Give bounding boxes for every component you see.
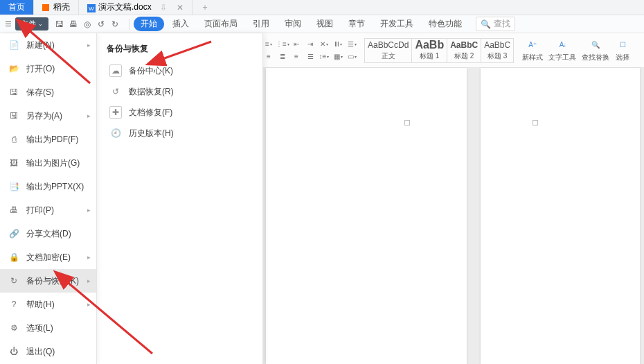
filemenu-item-encrypt[interactable]: 🔒文档加密(E)▸ — [0, 245, 96, 269]
ribbon-tab-start[interactable]: 开始 — [134, 17, 164, 31]
styles-gallery: AaBbCcDd正文 AaBb标题 1 AaBbC标题 2 AaBbC标题 3 — [364, 38, 514, 63]
object-handle[interactable] — [533, 120, 538, 125]
filemenu-item-help[interactable]: ?帮助(H)▸ — [0, 293, 96, 316]
ribbon-tab-devtools[interactable]: 开发工具 — [373, 17, 420, 31]
indent-dec-icon[interactable]: ⇤ — [291, 40, 302, 49]
filemenu-item-options[interactable]: ⚙选项(L) — [0, 316, 96, 340]
align-left-icon[interactable]: ≡ — [263, 52, 274, 62]
submenu-item-history[interactable]: 🕘历史版本(H) — [107, 123, 253, 144]
recover-icon: ↺ — [109, 85, 122, 98]
exit-icon: ⏻ — [8, 346, 19, 357]
filemenu-item-label: 另存为(A) — [26, 110, 62, 122]
pin-icon[interactable]: ⇩ — [160, 3, 167, 12]
svg-text:W: W — [89, 6, 94, 12]
saveas-icon: 🖫 — [8, 110, 19, 121]
filemenu-item-save[interactable]: 🖫保存(S) — [0, 80, 96, 104]
document-canvas[interactable] — [263, 68, 644, 364]
filemenu-item-share[interactable]: 🔗分享文档(D) — [0, 222, 96, 245]
chevron-right-icon: ▸ — [87, 207, 91, 214]
filemenu-item-open[interactable]: 📂打开(O) — [0, 57, 96, 80]
history-icon: 🕘 — [109, 127, 122, 139]
tab-document[interactable]: W 演示文稿.docx ⇩ ✕ — [79, 0, 193, 15]
filemenu-item-label: 分享文档(D) — [26, 228, 71, 240]
sort-icon[interactable]: ✕▾ — [319, 40, 330, 49]
submenu-item-recover[interactable]: ↺数据恢复(R) — [107, 81, 253, 102]
ribbon-tab-sections[interactable]: 章节 — [341, 17, 372, 31]
object-handle[interactable] — [404, 120, 410, 125]
save-icon: 🖫 — [8, 87, 19, 98]
filemenu-item-label: 帮助(H) — [26, 299, 55, 311]
submenu-item-label: 数据恢复(R) — [129, 86, 174, 98]
encrypt-icon: 🔒 — [8, 252, 19, 263]
select-button[interactable]: ☐选择 — [615, 39, 630, 62]
filemenu-item-label: 退出(Q) — [26, 346, 55, 358]
filemenu-item-label: 输出为图片(G) — [26, 157, 80, 169]
align-justify-icon[interactable]: ☰ — [305, 52, 316, 62]
tab-doc-label: 演示文稿.docx — [98, 1, 152, 13]
bullets-icon[interactable]: ≡▾ — [263, 40, 274, 49]
menu-left: 文件⌄ 🖫 🖶 ◎ ↺ ↻ 开始 插入 页面布局 引用 审阅 视图 章节 开发工… — [0, 17, 515, 31]
ribbon-tab-view[interactable]: 视图 — [310, 17, 340, 31]
page-1[interactable] — [266, 68, 467, 364]
submenu-item-repair[interactable]: ✚文档修复(F) — [107, 102, 253, 123]
ribbon-tabs: 开始 插入 页面布局 引用 审阅 视图 章节 开发工具 特色功能 — [134, 17, 469, 31]
align-right-icon[interactable]: ≡ — [291, 52, 302, 62]
filemenu-item-image[interactable]: 🖼输出为图片(G) — [0, 151, 96, 175]
numbering-icon[interactable]: ⋮≡▾ — [277, 40, 288, 49]
style-heading1[interactable]: AaBb标题 1 — [412, 39, 447, 62]
ribbon-tab-review[interactable]: 审阅 — [278, 17, 308, 31]
ribbon-tab-insert[interactable]: 插入 — [166, 17, 196, 31]
file-menu-panel: 📄新建(N)▸📂打开(O)🖫保存(S)🖫另存为(A)▸⎙输出为PDF(F)🖼输出… — [0, 33, 97, 364]
help-icon: ? — [8, 299, 19, 310]
border-icon[interactable]: ☰▾ — [346, 40, 357, 49]
filemenu-item-new[interactable]: 📄新建(N)▸ — [0, 33, 96, 57]
hamburger-icon[interactable] — [3, 19, 14, 29]
ribbon-tab-reference[interactable]: 引用 — [246, 17, 276, 31]
titlebar: 首页 稻壳 W 演示文稿.docx ⇩ ✕ ＋ — [0, 0, 644, 15]
submenu-title: 备份与恢复 — [107, 43, 253, 55]
line-spacing-icon[interactable]: ↕≡▾ — [319, 52, 330, 62]
filemenu-item-exit[interactable]: ⏻退出(Q) — [0, 340, 96, 363]
new-style-button[interactable]: A⁺新样式 — [522, 39, 543, 62]
align-center-icon[interactable]: ≣ — [277, 52, 288, 62]
backup-icon: ↻ — [8, 275, 19, 286]
indent-inc-icon[interactable]: ⇥ — [305, 40, 316, 49]
menubar: 文件⌄ 🖫 🖶 ◎ ↺ ↻ 开始 插入 页面布局 引用 审阅 视图 章节 开发工… — [0, 15, 644, 33]
ribbon-tab-layout[interactable]: 页面布局 — [197, 17, 244, 31]
chevron-right-icon: ▸ — [87, 277, 91, 284]
filemenu-item-pdf[interactable]: ⎙输出为PDF(F) — [0, 128, 96, 151]
page-2[interactable] — [481, 68, 640, 364]
divider — [129, 19, 129, 30]
search-input[interactable]: 🔍 查找 — [476, 17, 515, 31]
new-style-icon: A⁺ — [525, 39, 540, 51]
filemenu-item-backup[interactable]: ↻备份与恢复(K)▸ — [0, 269, 96, 293]
text-tools-button[interactable]: Aᵢ文字工具 — [548, 39, 576, 62]
close-icon[interactable]: ✕ — [177, 3, 184, 12]
align-dist-icon[interactable]: Ⅲ▾ — [332, 40, 343, 49]
style-normal[interactable]: AaBbCcDd正文 — [365, 39, 412, 62]
qat-preview-icon[interactable]: ◎ — [82, 19, 93, 30]
print-icon: 🖶 — [8, 205, 19, 216]
tab-add-button[interactable]: ＋ — [193, 0, 217, 15]
qat-redo-icon[interactable]: ↻ — [109, 19, 120, 30]
filemenu-item-pptx[interactable]: 📑输出为PPTX(X) — [0, 175, 96, 198]
tab-home[interactable]: 首页 — [0, 0, 34, 15]
filemenu-item-print[interactable]: 🖶打印(P)▸ — [0, 198, 96, 222]
text-tools-icon: Aᵢ — [555, 39, 570, 51]
ribbon-tab-special[interactable]: 特色功能 — [422, 17, 469, 31]
tab-shell[interactable]: 稻壳 — [34, 0, 79, 15]
filemenu-item-saveas[interactable]: 🖫另存为(A)▸ — [0, 104, 96, 128]
borders-icon[interactable]: ▭▾ — [346, 52, 357, 62]
style-heading3[interactable]: AaBbC标题 3 — [481, 39, 513, 62]
search-icon: 🔍 — [481, 19, 491, 29]
style-heading2[interactable]: AaBbC标题 2 — [447, 39, 481, 62]
submenu-item-center[interactable]: ☁备份中心(K) — [107, 60, 253, 81]
qat-save-icon[interactable]: 🖫 — [54, 19, 65, 30]
find-replace-button[interactable]: 🔍查找替换 — [582, 39, 609, 62]
file-menu-button[interactable]: 文件⌄ — [15, 17, 48, 31]
submenu-item-label: 备份中心(K) — [129, 65, 173, 77]
qat-undo-icon[interactable]: ↺ — [96, 19, 107, 30]
qat-print-icon[interactable]: 🖶 — [68, 19, 79, 30]
filemenu-item-label: 选项(L) — [26, 322, 53, 334]
shading-icon[interactable]: ▦▾ — [332, 52, 343, 62]
